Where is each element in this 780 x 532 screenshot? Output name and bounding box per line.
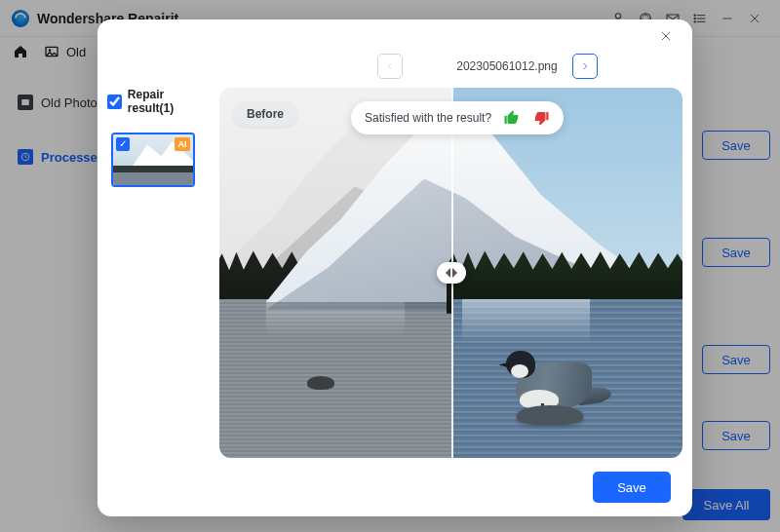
feedback-prompt: Satisfied with the result? — [365, 111, 491, 125]
next-image-button[interactable] — [572, 54, 598, 79]
thumbs-up-icon[interactable] — [503, 109, 521, 127]
thumbnail-selected-icon — [116, 137, 130, 151]
preview-modal: 20230506101​2.png Repair result(1) AI — [98, 19, 692, 516]
modal-save-button[interactable]: Save — [593, 472, 671, 503]
ai-badge: AI — [175, 137, 190, 151]
current-filename: 20230506101​2.png — [456, 59, 557, 73]
thumbs-down-icon[interactable] — [532, 109, 550, 127]
comparison-slider-handle[interactable] — [437, 262, 466, 284]
repair-result-toggle[interactable]: Repair result(1) — [98, 88, 213, 115]
repair-result-checkbox[interactable] — [107, 95, 122, 109]
before-badge: Before — [233, 101, 297, 127]
result-thumbnail[interactable]: AI — [111, 133, 195, 187]
after-panel — [451, 88, 683, 458]
prev-image-button[interactable] — [377, 54, 403, 79]
modal-overlay: 20230506101​2.png Repair result(1) AI — [0, 0, 780, 532]
before-after-preview: Before Satisfied with the result? — [219, 88, 682, 458]
bird-illustration — [492, 318, 609, 425]
repair-result-label: Repair result(1) — [128, 88, 213, 115]
feedback-pill: Satisfied with the result? — [351, 101, 564, 134]
modal-header: 20230506101​2.png — [322, 47, 692, 86]
modal-sidebar: Repair result(1) AI — [98, 88, 213, 187]
